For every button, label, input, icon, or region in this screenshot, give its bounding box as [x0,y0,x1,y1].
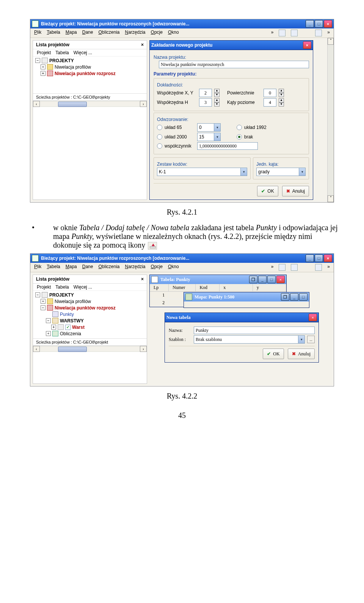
menu-overflow[interactable]: » [271,30,274,36]
input-wspolczynnik[interactable] [197,142,258,150]
col-kod[interactable]: Kod [196,284,220,291]
side-panel-close-icon[interactable]: × [141,42,144,47]
menu-narzedzia[interactable]: Narzędzia [125,264,146,271]
spin-kat[interactable] [264,98,276,107]
tree-collapse-icon[interactable]: − [35,58,40,63]
tree-item-label[interactable]: Niwelacja profilów [55,299,91,304]
tree-expand-icon[interactable]: + [51,325,56,330]
col-numer[interactable]: Numer [169,284,196,291]
radio-wspolczynnik[interactable] [157,143,162,149]
spin-up-icon[interactable]: ▲ [214,98,220,102]
restore-button[interactable]: ❐ [281,293,289,301]
toolbar-overflow[interactable]: » [327,264,330,271]
maximize-button[interactable]: □ [299,293,308,301]
side-panel-close-icon[interactable]: × [141,276,144,282]
scrollbar-horizontal[interactable]: ‹ › [33,100,147,107]
close-button[interactable]: × [276,276,285,283]
menu-dane[interactable]: Dane [82,264,93,271]
cancel-button[interactable]: ✖Anuluj [288,349,315,359]
scroll-thumb[interactable] [58,347,86,352]
menu-narzedzia[interactable]: Narzędzia [125,30,146,36]
spin-down-icon[interactable]: ▼ [214,93,220,97]
template-combo[interactable]: Brak szablonu▾ [194,335,305,344]
dialog-close-button[interactable]: × [303,41,311,49]
ok-button[interactable]: ✔OK [257,186,278,196]
name-input[interactable] [194,327,315,334]
side-menu-wiecej[interactable]: Więcej ... [74,50,92,55]
maximize-button[interactable]: □ [315,254,323,262]
minimize-button[interactable]: _ [306,20,314,28]
scrollbar-horizontal[interactable]: ‹ › [33,345,147,352]
tree-collapse-icon[interactable]: − [41,305,46,310]
menu-tabela[interactable]: Tabela [47,30,60,36]
tree-expand-icon[interactable]: + [41,299,46,304]
col-x[interactable]: x [220,284,253,291]
combo-uklad65[interactable]: 0▾ [197,123,221,132]
toolbar-undo-icon[interactable] [315,264,322,271]
tree-collapse-icon[interactable]: − [35,292,40,297]
menu-opcje[interactable]: Opcje [151,30,163,36]
side-menu-projekt[interactable]: Projekt [37,284,51,290]
spin-down-icon[interactable]: ▼ [214,102,220,107]
spin-xy[interactable] [199,89,212,97]
tree-item-label[interactable]: Warst [72,325,85,330]
tree-expand-icon[interactable]: + [46,331,51,336]
side-menu-wiecej[interactable]: Więcej ... [74,284,92,290]
toolbar-swap-icon[interactable] [291,30,298,36]
tree-item-label[interactable]: Niwelacja profilów [55,64,91,70]
scroll-left-icon[interactable]: ‹ [33,346,40,352]
toolbar-undo-icon[interactable] [315,30,322,36]
scroll-left-icon[interactable]: ‹ [33,101,40,107]
toolbar-copy-icon[interactable] [279,30,286,36]
minimize-button[interactable]: _ [258,276,267,283]
spin-up-icon[interactable]: ▲ [214,89,220,93]
radio-uklad65[interactable] [157,125,162,130]
tree-item-label[interactable]: WARSTWY [60,318,84,323]
chevron-down-icon[interactable]: ▾ [214,124,220,131]
project-name-input[interactable] [159,61,309,68]
close-button[interactable]: × [324,254,332,262]
scroll-right-icon[interactable]: › [140,346,147,352]
menu-opcje[interactable]: Opcje [151,264,163,271]
spin-down-icon[interactable]: ▼ [279,102,284,107]
tree-collapse-icon[interactable]: − [46,318,51,323]
spin-h[interactable] [199,98,212,107]
menu-overflow[interactable]: » [271,264,274,271]
spin-pow[interactable] [264,89,276,97]
radio-uklad1992[interactable] [237,125,242,130]
restore-button[interactable]: ❐ [249,276,257,283]
combo-uklad2000[interactable]: 15▾ [197,133,221,141]
combo-codes[interactable]: K-1▾ [157,168,247,176]
toolbar-swap-icon[interactable] [291,264,298,271]
maximize-button[interactable]: □ [315,20,323,28]
col-y[interactable]: y [253,284,286,291]
tree-expand-icon[interactable]: + [41,71,46,76]
scrollbar-vertical[interactable]: ˄ ˅ [327,38,334,202]
menu-mapa[interactable]: Mapa [66,264,77,271]
scroll-up-icon[interactable]: ˄ [328,38,334,45]
side-menu-tabela[interactable]: Tabela [55,50,69,55]
menu-okno[interactable]: Okno [168,264,179,271]
combo-angle[interactable]: grady▾ [256,168,306,176]
menu-mapa[interactable]: Mapa [66,30,77,36]
chevron-down-icon[interactable]: ▾ [299,168,305,176]
tree-expand-icon[interactable]: + [41,64,46,69]
radio-brak[interactable] [237,134,242,140]
maximize-button[interactable]: □ [267,276,276,283]
toolbar-copy-icon[interactable] [279,264,286,271]
chevron-down-icon[interactable]: ▾ [240,168,247,176]
menu-okno[interactable]: Okno [168,30,179,36]
tree-item-label[interactable]: Punkty [60,312,74,317]
radio-uklad2000[interactable] [157,134,162,140]
side-menu-projekt[interactable]: Projekt [37,50,51,55]
cancel-button[interactable]: ✖Anuluj [282,186,309,196]
tree-item-label[interactable]: Niwelacja punktów rozprosz [55,305,116,311]
toolbar-overflow[interactable]: » [327,30,330,36]
scroll-thumb[interactable] [58,102,86,107]
dialog-close-button[interactable]: × [309,314,317,321]
menu-obliczenia[interactable]: Obliczenia [98,30,119,36]
ok-button[interactable]: ✔OK [263,349,284,359]
menu-obliczenia[interactable]: Obliczenia [98,264,119,271]
chevron-down-icon[interactable]: ▾ [214,133,220,141]
minimize-button[interactable]: _ [290,293,298,301]
